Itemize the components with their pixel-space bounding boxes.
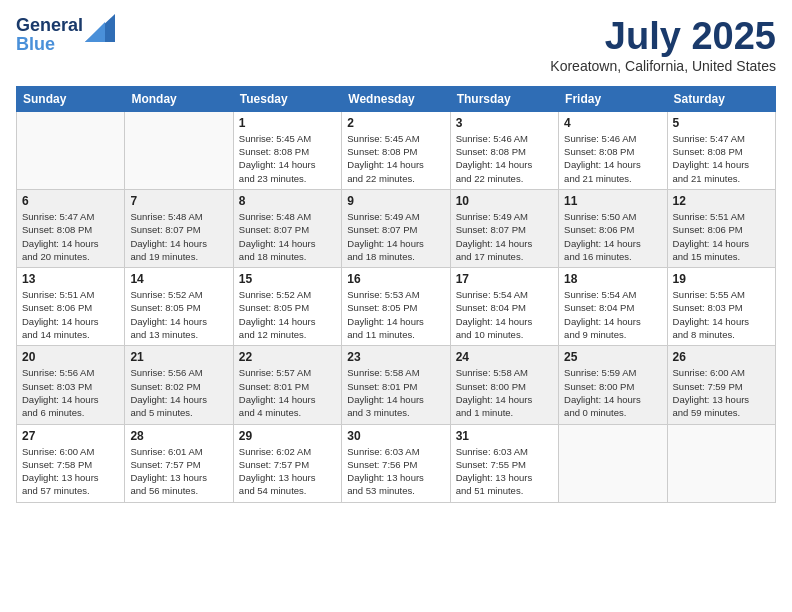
weekday-header-thursday: Thursday — [450, 86, 558, 111]
day-number: 17 — [456, 272, 553, 286]
logo-line1: General — [16, 16, 83, 35]
calendar-table: SundayMondayTuesdayWednesdayThursdayFrid… — [16, 86, 776, 503]
weekday-header-row: SundayMondayTuesdayWednesdayThursdayFrid… — [17, 86, 776, 111]
month-title: July 2025 — [550, 16, 776, 58]
calendar-cell: 2Sunrise: 5:45 AM Sunset: 8:08 PM Daylig… — [342, 111, 450, 189]
calendar-cell: 18Sunrise: 5:54 AM Sunset: 8:04 PM Dayli… — [559, 268, 667, 346]
calendar-cell: 4Sunrise: 5:46 AM Sunset: 8:08 PM Daylig… — [559, 111, 667, 189]
day-info: Sunrise: 5:49 AM Sunset: 8:07 PM Dayligh… — [456, 210, 553, 263]
calendar-cell: 5Sunrise: 5:47 AM Sunset: 8:08 PM Daylig… — [667, 111, 775, 189]
day-info: Sunrise: 5:51 AM Sunset: 8:06 PM Dayligh… — [22, 288, 119, 341]
day-number: 30 — [347, 429, 444, 443]
day-info: Sunrise: 5:48 AM Sunset: 8:07 PM Dayligh… — [239, 210, 336, 263]
calendar-cell: 12Sunrise: 5:51 AM Sunset: 8:06 PM Dayli… — [667, 189, 775, 267]
day-info: Sunrise: 5:53 AM Sunset: 8:05 PM Dayligh… — [347, 288, 444, 341]
day-info: Sunrise: 6:00 AM Sunset: 7:58 PM Dayligh… — [22, 445, 119, 498]
calendar-cell — [559, 424, 667, 502]
calendar-cell: 11Sunrise: 5:50 AM Sunset: 8:06 PM Dayli… — [559, 189, 667, 267]
day-info: Sunrise: 5:54 AM Sunset: 8:04 PM Dayligh… — [564, 288, 661, 341]
day-number: 9 — [347, 194, 444, 208]
day-info: Sunrise: 6:03 AM Sunset: 7:56 PM Dayligh… — [347, 445, 444, 498]
day-number: 6 — [22, 194, 119, 208]
day-info: Sunrise: 5:46 AM Sunset: 8:08 PM Dayligh… — [456, 132, 553, 185]
calendar-cell: 21Sunrise: 5:56 AM Sunset: 8:02 PM Dayli… — [125, 346, 233, 424]
calendar-cell: 27Sunrise: 6:00 AM Sunset: 7:58 PM Dayli… — [17, 424, 125, 502]
calendar-cell: 23Sunrise: 5:58 AM Sunset: 8:01 PM Dayli… — [342, 346, 450, 424]
day-number: 10 — [456, 194, 553, 208]
day-number: 27 — [22, 429, 119, 443]
day-info: Sunrise: 5:56 AM Sunset: 8:03 PM Dayligh… — [22, 366, 119, 419]
day-info: Sunrise: 5:47 AM Sunset: 8:08 PM Dayligh… — [22, 210, 119, 263]
page-header: General Blue July 2025 Koreatown, Califo… — [16, 16, 776, 74]
weekday-header-saturday: Saturday — [667, 86, 775, 111]
day-info: Sunrise: 5:48 AM Sunset: 8:07 PM Dayligh… — [130, 210, 227, 263]
day-number: 23 — [347, 350, 444, 364]
calendar-cell: 6Sunrise: 5:47 AM Sunset: 8:08 PM Daylig… — [17, 189, 125, 267]
day-number: 18 — [564, 272, 661, 286]
calendar-cell: 29Sunrise: 6:02 AM Sunset: 7:57 PM Dayli… — [233, 424, 341, 502]
day-info: Sunrise: 5:50 AM Sunset: 8:06 PM Dayligh… — [564, 210, 661, 263]
calendar-cell: 16Sunrise: 5:53 AM Sunset: 8:05 PM Dayli… — [342, 268, 450, 346]
day-number: 8 — [239, 194, 336, 208]
calendar-cell: 28Sunrise: 6:01 AM Sunset: 7:57 PM Dayli… — [125, 424, 233, 502]
weekday-header-tuesday: Tuesday — [233, 86, 341, 111]
calendar-week-4: 20Sunrise: 5:56 AM Sunset: 8:03 PM Dayli… — [17, 346, 776, 424]
weekday-header-monday: Monday — [125, 86, 233, 111]
calendar-cell: 15Sunrise: 5:52 AM Sunset: 8:05 PM Dayli… — [233, 268, 341, 346]
weekday-header-wednesday: Wednesday — [342, 86, 450, 111]
calendar-week-5: 27Sunrise: 6:00 AM Sunset: 7:58 PM Dayli… — [17, 424, 776, 502]
day-info: Sunrise: 5:58 AM Sunset: 8:00 PM Dayligh… — [456, 366, 553, 419]
calendar-cell — [125, 111, 233, 189]
day-number: 4 — [564, 116, 661, 130]
calendar-cell: 20Sunrise: 5:56 AM Sunset: 8:03 PM Dayli… — [17, 346, 125, 424]
day-number: 20 — [22, 350, 119, 364]
day-info: Sunrise: 5:52 AM Sunset: 8:05 PM Dayligh… — [239, 288, 336, 341]
day-number: 25 — [564, 350, 661, 364]
day-number: 22 — [239, 350, 336, 364]
calendar-cell: 19Sunrise: 5:55 AM Sunset: 8:03 PM Dayli… — [667, 268, 775, 346]
day-number: 3 — [456, 116, 553, 130]
calendar-cell: 1Sunrise: 5:45 AM Sunset: 8:08 PM Daylig… — [233, 111, 341, 189]
day-number: 1 — [239, 116, 336, 130]
day-info: Sunrise: 5:57 AM Sunset: 8:01 PM Dayligh… — [239, 366, 336, 419]
day-info: Sunrise: 5:54 AM Sunset: 8:04 PM Dayligh… — [456, 288, 553, 341]
day-number: 28 — [130, 429, 227, 443]
day-number: 21 — [130, 350, 227, 364]
calendar-cell: 24Sunrise: 5:58 AM Sunset: 8:00 PM Dayli… — [450, 346, 558, 424]
calendar-week-3: 13Sunrise: 5:51 AM Sunset: 8:06 PM Dayli… — [17, 268, 776, 346]
day-info: Sunrise: 5:59 AM Sunset: 8:00 PM Dayligh… — [564, 366, 661, 419]
day-info: Sunrise: 5:51 AM Sunset: 8:06 PM Dayligh… — [673, 210, 770, 263]
logo: General Blue — [16, 16, 115, 54]
calendar-cell: 13Sunrise: 5:51 AM Sunset: 8:06 PM Dayli… — [17, 268, 125, 346]
calendar-cell: 31Sunrise: 6:03 AM Sunset: 7:55 PM Dayli… — [450, 424, 558, 502]
logo-line2: Blue — [16, 35, 83, 54]
day-info: Sunrise: 5:52 AM Sunset: 8:05 PM Dayligh… — [130, 288, 227, 341]
calendar-cell — [17, 111, 125, 189]
weekday-header-friday: Friday — [559, 86, 667, 111]
calendar-cell: 9Sunrise: 5:49 AM Sunset: 8:07 PM Daylig… — [342, 189, 450, 267]
title-area: July 2025 Koreatown, California, United … — [550, 16, 776, 74]
day-number: 14 — [130, 272, 227, 286]
calendar-cell: 3Sunrise: 5:46 AM Sunset: 8:08 PM Daylig… — [450, 111, 558, 189]
weekday-header-sunday: Sunday — [17, 86, 125, 111]
day-number: 19 — [673, 272, 770, 286]
calendar-week-1: 1Sunrise: 5:45 AM Sunset: 8:08 PM Daylig… — [17, 111, 776, 189]
calendar-week-2: 6Sunrise: 5:47 AM Sunset: 8:08 PM Daylig… — [17, 189, 776, 267]
day-number: 31 — [456, 429, 553, 443]
location-subtitle: Koreatown, California, United States — [550, 58, 776, 74]
calendar-cell: 10Sunrise: 5:49 AM Sunset: 8:07 PM Dayli… — [450, 189, 558, 267]
day-number: 15 — [239, 272, 336, 286]
day-number: 11 — [564, 194, 661, 208]
day-info: Sunrise: 5:45 AM Sunset: 8:08 PM Dayligh… — [347, 132, 444, 185]
day-number: 16 — [347, 272, 444, 286]
day-number: 7 — [130, 194, 227, 208]
day-number: 24 — [456, 350, 553, 364]
calendar-cell: 26Sunrise: 6:00 AM Sunset: 7:59 PM Dayli… — [667, 346, 775, 424]
calendar-cell: 17Sunrise: 5:54 AM Sunset: 8:04 PM Dayli… — [450, 268, 558, 346]
calendar-cell: 30Sunrise: 6:03 AM Sunset: 7:56 PM Dayli… — [342, 424, 450, 502]
day-info: Sunrise: 5:46 AM Sunset: 8:08 PM Dayligh… — [564, 132, 661, 185]
day-info: Sunrise: 6:00 AM Sunset: 7:59 PM Dayligh… — [673, 366, 770, 419]
day-number: 26 — [673, 350, 770, 364]
calendar-cell: 25Sunrise: 5:59 AM Sunset: 8:00 PM Dayli… — [559, 346, 667, 424]
day-info: Sunrise: 5:56 AM Sunset: 8:02 PM Dayligh… — [130, 366, 227, 419]
